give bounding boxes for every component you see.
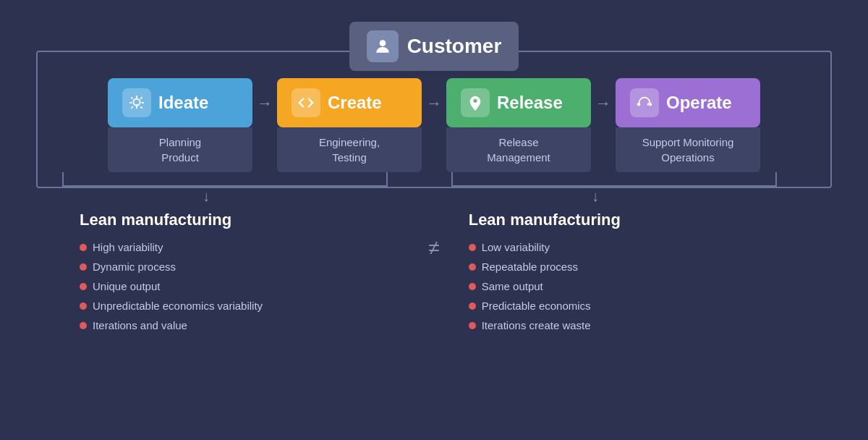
list-item: Unpredictable economics variability [80, 300, 399, 312]
bullet-icon [80, 283, 87, 290]
list-item: Unique output [80, 280, 399, 292]
list-item: Predictable economics [469, 300, 788, 312]
pipeline-container: Ideate PlanningProduct → Create Engineer [36, 51, 832, 188]
stage-create: Create Engineering,Testing [277, 78, 422, 172]
down-arrow-spacer [369, 188, 433, 205]
stage-release: Release ReleaseManagement [446, 78, 591, 172]
svg-point-3 [475, 100, 477, 102]
down-arrow-right: ↓ [433, 188, 758, 205]
left-lean-column: Lean manufacturing High variability Dyna… [65, 211, 414, 339]
bullet-icon [469, 302, 476, 310]
arrow-3: → [595, 78, 611, 113]
bullet-icon [469, 322, 476, 329]
bullet-icon [469, 283, 476, 290]
sub-border-gap [388, 172, 451, 187]
arrow-1: → [257, 78, 273, 113]
list-item: Iterations create waste [469, 319, 788, 331]
bullet-icon [469, 244, 476, 251]
create-icon [292, 88, 320, 117]
svg-rect-4 [637, 103, 640, 106]
left-lean-list: High variability Dynamic process Unique … [80, 241, 399, 331]
sub-border-left [62, 172, 388, 187]
release-icon [461, 88, 490, 117]
bottom-section: Lean manufacturing High variability Dyna… [36, 211, 832, 339]
stages-row: Ideate PlanningProduct → Create Engineer [55, 78, 813, 172]
list-item: Iterations and value [80, 319, 399, 331]
create-sublabel: Engineering,Testing [277, 127, 422, 172]
operate-label: Operate [666, 93, 732, 113]
ideate-sublabel: PlanningProduct [108, 127, 252, 172]
customer-text: Customer [407, 35, 502, 58]
bullet-icon [80, 302, 87, 310]
ideate-icon [122, 88, 151, 117]
arrow-2: → [426, 78, 442, 113]
bullet-icon [80, 322, 87, 329]
customer-section: Customer [36, 22, 832, 71]
bullet-icon [80, 244, 87, 251]
down-arrows: ↓ ↓ [36, 188, 832, 205]
release-label: Release [497, 93, 563, 113]
bullet-icon [469, 263, 476, 271]
customer-icon [367, 30, 399, 62]
sub-borders [55, 172, 813, 187]
create-button: Create [277, 78, 422, 127]
create-label: Create [328, 93, 382, 113]
down-arrow-left: ↓ [43, 188, 369, 205]
right-lean-list: Low variability Repeatable process Same … [469, 241, 788, 331]
svg-rect-5 [649, 103, 652, 106]
list-item: High variability [80, 241, 399, 253]
ideate-label: Ideate [158, 93, 208, 113]
customer-label: Customer [349, 22, 519, 71]
left-lean-title: Lean manufacturing [80, 211, 399, 229]
release-sublabel: ReleaseManagement [446, 127, 591, 172]
operate-sublabel: Support MonitoringOperations [616, 127, 760, 172]
bullet-icon [80, 263, 87, 271]
list-item: Low variability [469, 241, 788, 253]
sub-border-right [451, 172, 777, 187]
stage-ideate: Ideate PlanningProduct [108, 78, 252, 172]
right-lean-title: Lean manufacturing [469, 211, 788, 229]
svg-point-0 [379, 40, 386, 46]
operate-button: Operate [616, 78, 760, 127]
list-item: Same output [469, 280, 788, 292]
list-item: Dynamic process [80, 261, 399, 273]
not-equal-symbol: ≠ [414, 211, 454, 260]
operate-icon [630, 88, 659, 117]
right-lean-column: Lean manufacturing Low variability Repea… [454, 211, 803, 339]
list-item: Repeatable process [469, 261, 788, 273]
ideate-button: Ideate [108, 78, 252, 127]
release-button: Release [446, 78, 591, 127]
stage-operate: Operate Support MonitoringOperations [616, 78, 760, 172]
